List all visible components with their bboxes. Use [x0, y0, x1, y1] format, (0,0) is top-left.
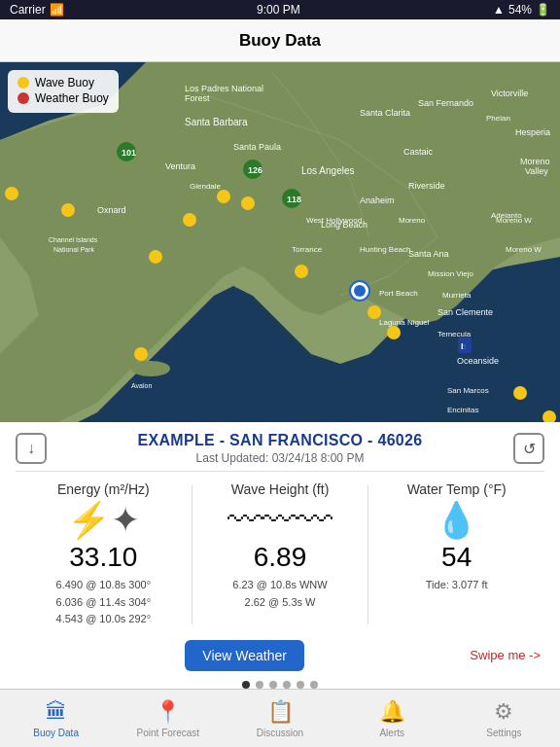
svg-text:Murrieta: Murrieta [442, 291, 472, 300]
energy-detail: 6.490 @ 10.8s 300°6.036 @ 11.4s 304°4.54… [56, 577, 152, 628]
download-button[interactable]: ↓ [16, 433, 47, 464]
svg-text:National Park: National Park [53, 246, 95, 253]
water-temp-detail: Tide: 3.077 ft [426, 577, 488, 594]
tab-bar: 🏛 Buoy Data 📍 Point Forecast 📋 Discussio… [0, 689, 560, 747]
svg-text:Oceanside: Oceanside [457, 356, 499, 366]
svg-point-43 [295, 265, 308, 278]
svg-text:I: I [461, 341, 464, 351]
refresh-button[interactable]: ↺ [513, 433, 544, 464]
battery-label: 54% [508, 3, 532, 17]
svg-text:Ventura: Ventura [165, 161, 195, 171]
point-forecast-icon: 📍 [155, 699, 181, 725]
svg-point-37 [61, 203, 75, 217]
svg-text:West Hollywood: West Hollywood [306, 216, 362, 225]
page-dot-4 [283, 681, 291, 689]
page-dot-5 [297, 681, 304, 689]
page-dot-6 [310, 681, 318, 689]
svg-point-23 [131, 361, 170, 376]
map-area[interactable]: Santa Barbara Ventura Santa Paula Los An… [0, 62, 560, 422]
wave-buoy-dot [18, 77, 29, 89]
bottom-panel: ↓ EXAMPLE - SAN FRANCISCO - 46026 Last U… [0, 422, 560, 696]
tab-point-forecast-label: Point Forecast [137, 728, 199, 738]
tab-point-forecast[interactable]: 📍 Point Forecast [112, 690, 224, 747]
tab-settings-label: Settings [486, 728, 521, 738]
svg-text:Port Beach: Port Beach [379, 289, 418, 298]
svg-text:Anaheim: Anaheim [360, 196, 395, 205]
svg-text:Avalon: Avalon [131, 382, 152, 389]
buoy-data-icon: 🏛 [46, 699, 67, 725]
svg-text:Moreno: Moreno [520, 157, 550, 166]
tab-buoy-data-label: Buoy Data [33, 728, 79, 738]
energy-column: Energy (m²/Hz) ⚡️✦ 33.10 6.490 @ 10.8s 3… [16, 481, 192, 628]
tab-discussion-label: Discussion [257, 728, 303, 738]
data-row: Energy (m²/Hz) ⚡️✦ 33.10 6.490 @ 10.8s 3… [0, 472, 560, 632]
svg-text:Mission Viejo: Mission Viejo [428, 269, 474, 278]
action-row: View Weather Swipe me -> [0, 632, 560, 675]
status-left: Carrier 📶 [10, 3, 64, 17]
energy-icon: ⚡️✦ [67, 503, 140, 538]
tab-buoy-data[interactable]: 🏛 Buoy Data [0, 690, 112, 747]
svg-point-38 [134, 347, 148, 361]
status-time: 9:00 PM [257, 3, 300, 17]
map-svg: Santa Barbara Ventura Santa Paula Los An… [0, 62, 560, 422]
water-temp-value: 54 [441, 542, 472, 573]
water-temp-column: Water Temp (°F) 💧 54 Tide: 3.077 ft [368, 481, 544, 628]
svg-text:Temecula: Temecula [438, 330, 472, 338]
svg-text:San Marcos: San Marcos [447, 386, 489, 395]
svg-text:Los Angeles: Los Angeles [301, 165, 355, 176]
svg-point-41 [217, 190, 230, 203]
svg-text:Santa Ana: Santa Ana [408, 249, 449, 259]
svg-text:Torrance: Torrance [292, 245, 323, 254]
svg-point-39 [149, 250, 162, 264]
wave-height-value: 6.89 [254, 542, 307, 573]
svg-text:Castaic: Castaic [403, 147, 434, 157]
svg-text:Channel Islands: Channel Islands [49, 236, 98, 243]
buoy-header: ↓ EXAMPLE - SAN FRANCISCO - 46026 Last U… [0, 422, 560, 471]
svg-text:Santa Paula: Santa Paula [233, 142, 281, 152]
svg-point-45 [387, 326, 401, 339]
signal-icon: 📶 [50, 3, 64, 17]
svg-text:Victorville: Victorville [491, 89, 528, 98]
buoy-header-center: EXAMPLE - SAN FRANCISCO - 46026 Last Upd… [47, 432, 513, 465]
buoy-last-updated: Last Updated: 03/24/18 8:00 PM [47, 451, 513, 465]
svg-text:Santa Barbara: Santa Barbara [185, 117, 248, 127]
tab-alerts[interactable]: 🔔 Alerts [336, 690, 448, 747]
svg-point-46 [513, 386, 527, 400]
svg-point-35 [354, 285, 366, 297]
svg-text:118: 118 [287, 195, 301, 204]
svg-text:101: 101 [122, 148, 136, 158]
energy-label: Energy (m²/Hz) [57, 481, 150, 497]
water-temp-label: Water Temp (°F) [407, 481, 507, 497]
tab-discussion[interactable]: 📋 Discussion [224, 690, 335, 747]
svg-text:Phelan: Phelan [486, 114, 510, 123]
wave-icon: 〰〰〰 [228, 503, 332, 538]
svg-point-42 [241, 196, 255, 210]
refresh-icon: ↺ [523, 440, 536, 458]
svg-text:Encinitas: Encinitas [447, 406, 478, 414]
energy-value: 33.10 [69, 542, 137, 573]
water-drop-icon: 💧 [435, 503, 478, 538]
svg-text:Hunting Beach: Hunting Beach [360, 245, 410, 254]
nav-title: Buoy Data [239, 31, 321, 51]
wave-height-label: Wave Height (ft) [231, 481, 330, 497]
swipe-hint: Swipe me -> [470, 648, 541, 662]
svg-point-44 [368, 305, 381, 319]
view-weather-button[interactable]: View Weather [185, 640, 304, 671]
tab-alerts-label: Alerts [379, 728, 404, 738]
status-right: ▲ 54% 🔋 [493, 3, 550, 17]
svg-text:Los Padres National: Los Padres National [185, 84, 263, 93]
status-bar: Carrier 📶 9:00 PM ▲ 54% 🔋 [0, 0, 560, 19]
svg-text:Laguna Niguel: Laguna Niguel [379, 318, 430, 327]
wave-buoy-label: Wave Buoy [35, 76, 94, 89]
legend-wave-buoy: Wave Buoy [18, 76, 109, 89]
nav-bar: Buoy Data [0, 19, 560, 62]
svg-text:Moreno: Moreno [399, 216, 426, 225]
weather-buoy-label: Weather Buoy [35, 91, 109, 105]
svg-text:Riverside: Riverside [408, 181, 445, 191]
download-icon: ↓ [27, 440, 35, 457]
page-dot-1 [242, 681, 250, 689]
settings-icon: ⚙ [494, 699, 513, 725]
tab-settings[interactable]: ⚙ Settings [448, 690, 560, 747]
map-legend: Wave Buoy Weather Buoy [8, 70, 119, 113]
svg-text:Glendale: Glendale [190, 182, 222, 191]
